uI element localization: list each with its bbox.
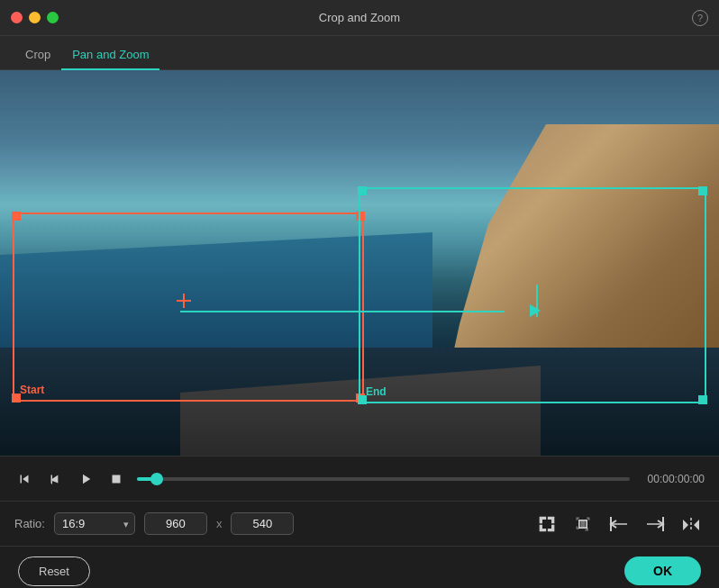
settings-toolbar: Ratio: 16:9 4:3 1:1 9:16 Custom 960 x 54… <box>0 501 719 546</box>
step-back-button[interactable] <box>45 469 65 489</box>
ok-button[interactable]: OK <box>624 556 701 585</box>
progress-bar[interactable] <box>137 477 630 481</box>
playback-controls: 00:00:00:00 <box>0 456 719 501</box>
window-title: Crop and Zoom <box>319 11 400 24</box>
fit-icon <box>538 515 556 533</box>
width-input[interactable]: 960 <box>144 512 207 535</box>
stop-icon <box>108 471 124 487</box>
fit-to-right-btn[interactable] <box>642 511 669 538</box>
flip-icon <box>681 516 701 532</box>
fit-to-left-btn[interactable] <box>605 511 633 538</box>
action-bar: Reset OK <box>0 546 719 588</box>
fit-left-icon <box>609 516 629 532</box>
progress-thumb[interactable] <box>150 473 163 485</box>
maximize-button[interactable] <box>47 12 59 23</box>
step-back-icon <box>47 471 63 487</box>
flip-icon-btn[interactable] <box>678 511 705 538</box>
fit-icon-btn[interactable] <box>533 511 560 538</box>
video-preview: Start End <box>0 70 719 456</box>
height-input[interactable]: 540 <box>231 512 294 535</box>
ratio-select-wrapper[interactable]: 16:9 4:3 1:1 9:16 Custom <box>54 512 135 535</box>
tabbar: Crop Pan and Zoom <box>0 36 719 70</box>
traffic-lights <box>11 12 59 23</box>
skip-back-icon <box>16 471 32 487</box>
time-display: 00:00:00:00 <box>648 473 705 485</box>
ratio-select[interactable]: 16:9 4:3 1:1 9:16 Custom <box>54 512 135 535</box>
fit-right-icon <box>645 516 665 532</box>
titlebar: Crop and Zoom ? <box>0 0 719 36</box>
play-button[interactable] <box>76 469 96 489</box>
skip-back-button[interactable] <box>14 469 34 489</box>
play-icon <box>77 471 94 487</box>
tab-crop[interactable]: Crop <box>14 41 61 70</box>
reset-button[interactable]: Reset <box>18 556 90 586</box>
stop-button[interactable] <box>106 469 126 489</box>
minimize-button[interactable] <box>29 12 41 23</box>
help-button[interactable]: ? <box>692 10 708 26</box>
tab-pan-zoom[interactable]: Pan and Zoom <box>61 41 159 70</box>
dimension-separator: x <box>216 517 223 530</box>
ratio-label: Ratio: <box>14 517 45 530</box>
expand-icon <box>574 515 592 533</box>
expand-icon-btn[interactable] <box>569 511 596 538</box>
close-button[interactable] <box>11 12 23 23</box>
